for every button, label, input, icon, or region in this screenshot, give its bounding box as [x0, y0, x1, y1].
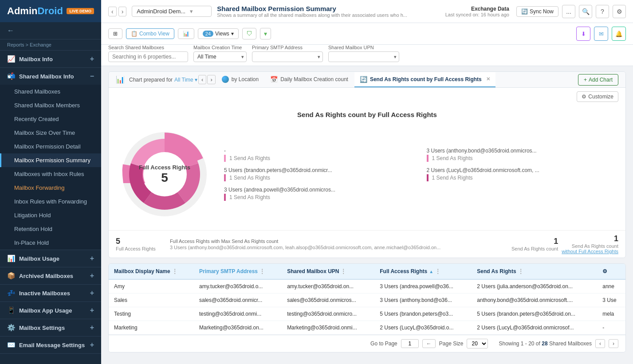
sidebar-item-in-place-hold[interactable]: In-Place Hold: [0, 236, 101, 250]
chart-icon-button[interactable]: 📊: [178, 28, 194, 39]
globe-icon: [222, 76, 229, 83]
pagination-next-button[interactable]: ›: [609, 339, 618, 348]
search-input[interactable]: [108, 51, 188, 62]
col-settings-icon[interactable]: ⚙: [602, 268, 607, 274]
th-display-name-inner: Mailbox Display Name ⋮: [114, 268, 189, 274]
topbar-breadcrumb-dropdown[interactable]: AdminDroid Dem... ▾: [132, 6, 212, 17]
combo-view-button[interactable]: 📋 Combo View: [126, 28, 174, 39]
sidebar-section-header-mailbox-usage[interactable]: 📊 Mailbox Usage +: [0, 250, 101, 267]
sidebar-section-header-email-settings[interactable]: ✉️ Email Message Settings +: [0, 337, 101, 353]
legend-user-4: 3 Users (anthony.bond@o365droid.onmicros…: [427, 148, 619, 154]
sidebar-item-mailbox-permission-summary[interactable]: Mailbox Permission Summary: [0, 153, 101, 167]
sync-icon: 🔄: [521, 8, 528, 15]
filter-dropdown-button[interactable]: ▾: [260, 28, 271, 39]
col-menu-full-access[interactable]: ⋮: [435, 268, 440, 274]
filter-button[interactable]: ⛉: [242, 28, 256, 39]
page-size-select[interactable]: 20: [467, 339, 488, 348]
sidebar-back[interactable]: ←: [0, 22, 101, 39]
schedule-button[interactable]: 🔔: [612, 27, 626, 41]
sidebar-section-header-mailbox-info[interactable]: 📈 Mailbox Info +: [0, 51, 101, 67]
legend-item-5: 2 Users (LucyL@o365droid.onmicrosoft.com…: [427, 167, 619, 181]
chart-next-button[interactable]: ›: [207, 75, 215, 84]
th-full-access[interactable]: Full Access Rights ▲ ⋮: [374, 264, 472, 279]
creation-time-filter-group: Mailbox Creation Time All Time: [193, 45, 247, 62]
nav-prev-button[interactable]: ‹: [108, 7, 117, 16]
toolbar: ⊞ 📋 Combo View 📊 24 Views ▾ ⛉ ▾ ⬇: [101, 23, 633, 45]
col-menu-display-name[interactable]: ⋮: [172, 268, 177, 274]
sidebar-item-litigation-hold[interactable]: Litigation Hold: [0, 208, 101, 222]
legend-rights-text-5: 1 Send As Rights: [432, 175, 473, 181]
sidebar-item-mailbox-permission-detail[interactable]: Mailbox Permission Detail: [0, 140, 101, 153]
legend-rights-text-1: 1 Send As Rights: [229, 155, 270, 161]
total-value: 5: [116, 237, 156, 246]
topbar-more-button[interactable]: ...: [562, 5, 575, 18]
sidebar-section-header-shared-mailbox[interactable]: 📬 Shared Mailbox Info −: [0, 68, 101, 85]
sidebar-item-mailbox-size-over-time[interactable]: Mailbox Size Over Time: [0, 126, 101, 140]
smtp-select[interactable]: [252, 51, 323, 62]
email-button[interactable]: ✉: [594, 27, 608, 41]
views-button[interactable]: 24 Views ▾: [198, 28, 239, 39]
sidebar-item-recently-created[interactable]: Recently Created: [0, 112, 101, 126]
shared-mailbox-icon: 📬: [7, 72, 16, 80]
sidebar-section-header-mailbox-settings[interactable]: ⚙️ Mailbox Settings +: [0, 319, 101, 336]
download-button[interactable]: ⬇: [576, 27, 590, 41]
add-chart-button[interactable]: + Add Chart: [578, 74, 618, 86]
cell-display-name-3: Testing: [109, 307, 194, 321]
nav-next-button[interactable]: ›: [118, 7, 127, 16]
col-menu-send-as[interactable]: ⋮: [518, 268, 523, 274]
mailbox-info-toggle: +: [90, 55, 94, 63]
sync-now-button[interactable]: 🔄 Sync Now: [516, 6, 558, 17]
legend-user-3: 3 Users (andrea.powell@o365droid.onmicro…: [224, 187, 416, 193]
page-input[interactable]: [401, 339, 419, 348]
pagination-prev-button[interactable]: ‹: [595, 339, 605, 348]
settings-icon: ⚙: [617, 8, 622, 15]
sidebar-item-mailbox-forwarding[interactable]: Mailbox Forwarding: [0, 181, 101, 195]
chart-footer-mid: Full Access Rights with Max Send As Righ…: [170, 239, 497, 250]
sidebar-item-shared-mailbox-members[interactable]: Shared Mailbox Members: [0, 98, 101, 112]
col-menu-upn[interactable]: ⋮: [341, 268, 346, 274]
creation-time-select[interactable]: All Time: [193, 51, 247, 62]
chart-content: Send As Rights count by Full Access Righ…: [109, 104, 625, 230]
search-icon-button[interactable]: 🔍: [579, 5, 592, 18]
view-icon-button[interactable]: ⊞: [108, 28, 122, 39]
sidebar-item-inbox-rules-with-forwarding[interactable]: Inbox Rules with Forwarding: [0, 195, 101, 208]
sidebar-item-mailboxes-with-inbox-rules[interactable]: Mailboxes with Inbox Rules: [0, 167, 101, 181]
legend-bar-4: [427, 155, 429, 162]
content-area: 📊 Chart prepared for All Time ▾ ‹ › by L…: [101, 66, 633, 364]
sidebar-section-header-inactive[interactable]: 💤 Inactive Mailboxes +: [0, 285, 101, 301]
chart-panel: 📊 Chart prepared for All Time ▾ ‹ › by L…: [108, 71, 626, 258]
chart-tab-daily[interactable]: 📅 Daily Mailbox Creation count: [265, 72, 354, 87]
search-filter-group: Search Shared Mailboxes: [108, 45, 188, 62]
sidebar-section-header-app-usage[interactable]: 📱 Mailbox App Usage +: [0, 302, 101, 319]
bar-chart-icon: 📊: [116, 75, 125, 84]
table-panel: Mailbox Display Name ⋮ Primary SMTP Addr…: [108, 263, 626, 352]
chart-footer-right: 1 Send As Rights count 1 Send As Rights …: [511, 234, 618, 254]
creation-time-select-wrap: All Time: [193, 51, 247, 62]
chart-tab-send-as[interactable]: 🔄 Send As Rights count by Full Access Ri…: [354, 72, 495, 87]
cell-smtp-3: testing@o365droid.onmi...: [194, 307, 282, 321]
sidebar-section-header-archived[interactable]: 📦 Archived Mailboxes +: [0, 267, 101, 284]
customize-button[interactable]: ⚙ Customize: [577, 91, 618, 102]
sidebar-item-shared-mailboxes[interactable]: Shared Mailboxes: [0, 85, 101, 98]
chart-all-time-dropdown[interactable]: All Time ▾: [174, 77, 197, 83]
tab-send-as-close[interactable]: ✕: [486, 76, 490, 82]
help-icon-button[interactable]: ?: [596, 5, 609, 18]
chart-prev-button[interactable]: ‹: [198, 75, 206, 84]
legend-user-2: 5 Users (brandon.peters@o365droid.onmicr…: [224, 167, 416, 173]
col-menu-smtp[interactable]: ⋮: [259, 268, 265, 274]
customize-label: Customize: [588, 94, 613, 100]
add-chart-label: Add Chart: [589, 77, 613, 83]
settings-icon-button[interactable]: ⚙: [613, 5, 626, 18]
sidebar-section-mailbox-settings: ⚙️ Mailbox Settings +: [0, 319, 101, 337]
th-display-name-label: Mailbox Display Name: [114, 268, 170, 274]
no-full-access-link[interactable]: without Full Access Rights: [562, 249, 618, 254]
sidebar-item-retention-hold[interactable]: Retention Hold: [0, 222, 101, 236]
th-full-access-inner: Full Access Rights ▲ ⋮: [380, 268, 466, 274]
sidebar-section-shared-mailbox-info: 📬 Shared Mailbox Info − Shared Mailboxes…: [0, 68, 101, 250]
chart-footer-total: 5 Full Access Rights: [116, 237, 156, 251]
th-upn-label: Shared Mailbox UPN: [287, 268, 339, 274]
chart-tab-location[interactable]: by Location: [216, 72, 264, 87]
no-full-access-count-label: Send As Rights count: [572, 243, 618, 249]
prev-page-button[interactable]: ←: [422, 339, 436, 348]
upn-select[interactable]: [328, 51, 399, 62]
